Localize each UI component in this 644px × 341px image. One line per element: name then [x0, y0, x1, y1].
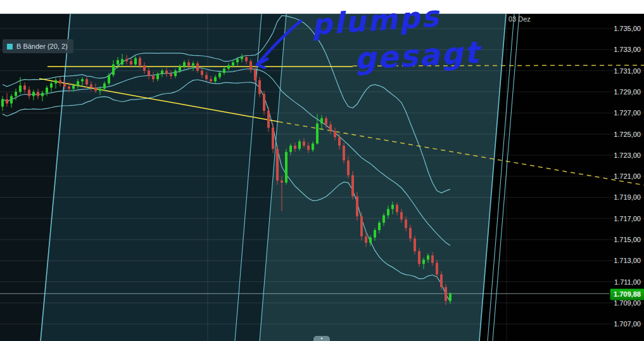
price-axis-label: 1.715,00 — [597, 236, 641, 243]
price-axis-label: 1.723,00 — [597, 151, 641, 159]
bottom-panel-handle[interactable]: ▴ — [313, 336, 330, 341]
bollinger-legend-chip[interactable]: B Bänder (20, 2) — [3, 39, 73, 53]
price-axis-label: 1.711,00 — [597, 278, 641, 286]
price-axis-label: 1.725,00 — [597, 131, 641, 138]
trading-chart-window: B Bänder (20, 2) 03 Dez 1.735,001.733,00… — [0, 0, 644, 341]
price-axis-label: 1.707,00 — [597, 320, 641, 328]
price-chart-canvas[interactable] — [0, 0, 644, 341]
date-axis-label: 03 Dez — [508, 15, 531, 23]
price-axis-label: 1.719,00 — [597, 193, 641, 201]
price-axis-label: 1.733,00 — [597, 46, 641, 53]
price-axis-label: 1.727,00 — [597, 109, 641, 117]
legend-label: B Bänder (20, 2) — [16, 42, 68, 50]
price-axis-label: 1.729,00 — [597, 88, 641, 96]
price-axis-label: 1.731,00 — [597, 67, 641, 75]
current-price-badge: 1.709,88 — [610, 288, 644, 300]
price-axis-label: 1.717,00 — [597, 215, 641, 222]
price-axis-label: 1.713,00 — [597, 257, 641, 264]
expand-arrow-icon: ▴ — [313, 336, 330, 340]
legend-color-swatch-icon — [7, 44, 13, 49]
channel-shading — [0, 14, 644, 341]
price-axis-label: 1.735,00 — [597, 25, 641, 32]
price-axis-label: 1.721,00 — [597, 172, 641, 180]
